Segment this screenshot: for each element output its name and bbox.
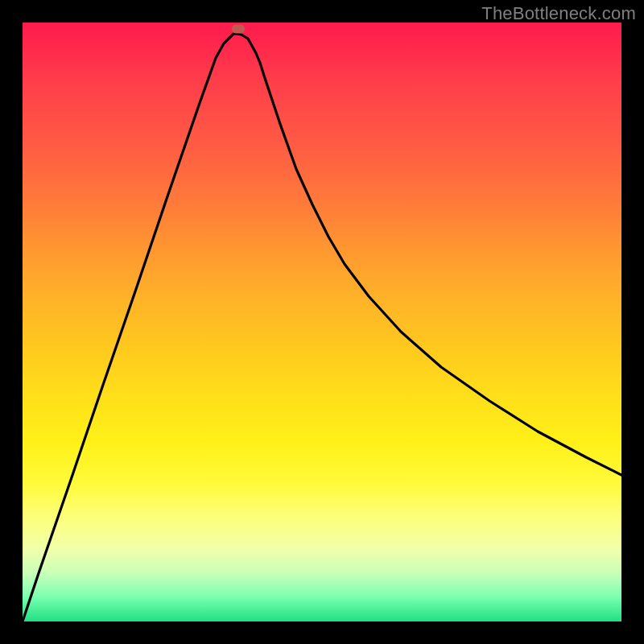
bottleneck-curve [23, 23, 621, 621]
plot-area [23, 23, 621, 621]
optimum-marker [232, 25, 245, 34]
chart-frame: TheBottleneck.com [0, 0, 644, 644]
watermark-text: TheBottleneck.com [481, 3, 636, 24]
